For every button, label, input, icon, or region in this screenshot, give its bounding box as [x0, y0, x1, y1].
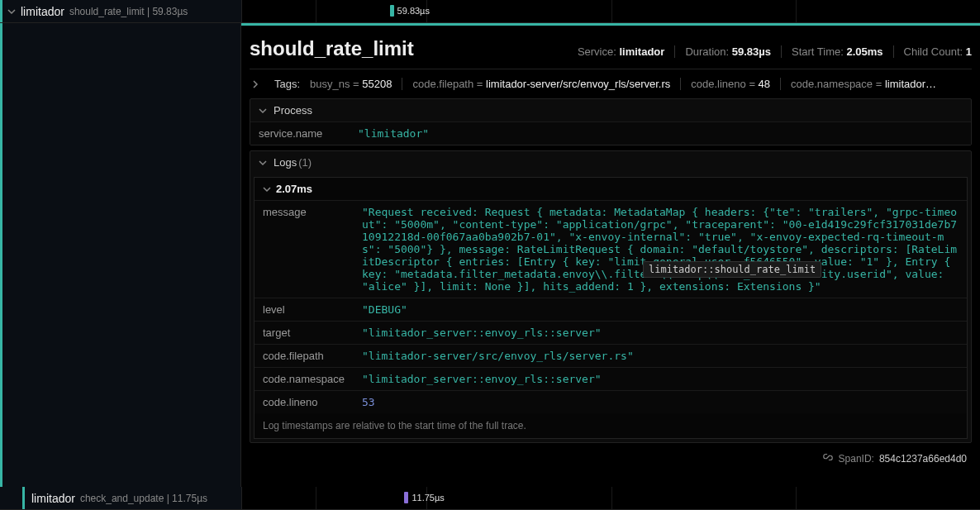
detail-title: should_rate_limit: [250, 37, 568, 60]
chevron-right-icon[interactable]: [250, 79, 261, 90]
log-kv-row: target "limitador_server::envoy_rls::ser…: [255, 321, 967, 344]
link-icon[interactable]: [822, 451, 834, 465]
chevron-down-icon: [261, 184, 273, 195]
span-bar: [390, 5, 394, 17]
span-operation: should_rate_limit | 59.83µs: [69, 6, 188, 17]
log-timestamp[interactable]: 2.07ms: [255, 178, 967, 200]
tag-item: code.namespace = limitador…: [791, 78, 946, 90]
logs-header[interactable]: Logs (1): [250, 151, 971, 174]
span-row-bottom[interactable]: limitador check_and_update | 11.75µs 11.…: [0, 487, 980, 510]
detail-service: Service: limitador: [568, 45, 676, 58]
span-row-top[interactable]: limitador should_rate_limit | 59.83µs 59…: [0, 0, 980, 23]
detail-start-time: Start Time: 2.05ms: [782, 45, 894, 58]
detail-header: should_rate_limit Service: limitador Dur…: [250, 34, 972, 69]
timeline-left-gutter: [0, 23, 241, 487]
span-service: limitador: [21, 5, 64, 18]
log-kv-row: code.namespace "limitador_server::envoy_…: [255, 367, 967, 390]
process-header[interactable]: Process: [250, 99, 971, 122]
chevron-down-icon: [257, 157, 269, 169]
timeline: 59.83µs: [241, 0, 980, 22]
tags-row[interactable]: Tags: busy_ns = 55208 code.filepath = li…: [250, 69, 972, 98]
log-kv-row: code.lineno 53: [255, 390, 967, 413]
hover-tooltip: limitador::should_rate_limit: [643, 261, 821, 278]
span-operation: check_and_update | 11.75µs: [80, 493, 207, 504]
log-entry: 2.07ms message "Request received: Reques…: [254, 177, 968, 439]
span-detail-panel: should_rate_limit Service: limitador Dur…: [241, 23, 980, 487]
tag-item: busy_ns = 55208: [310, 78, 402, 90]
process-section: Process service.name "limitador": [250, 98, 972, 145]
span-duration-label: 59.83µs: [397, 6, 430, 16]
log-kv-row: message "Request received: Request { met…: [255, 200, 967, 298]
process-kv-row: service.name "limitador": [250, 122, 971, 145]
timeline: 11.75µs: [241, 487, 980, 509]
span-duration-label: 11.75µs: [412, 493, 444, 503]
tag-item: code.filepath = limitador-server/src/env…: [412, 78, 681, 90]
logs-footer-note: Log timestamps are relative to the start…: [255, 413, 967, 438]
span-id-row: SpanID: 854c1237a66ed4d0: [250, 448, 972, 469]
chevron-down-icon: [257, 105, 269, 117]
span-bar: [404, 492, 408, 503]
logs-section: Logs (1) 2.07ms message "Request receive…: [250, 150, 972, 443]
span-service: limitador: [31, 492, 75, 505]
chevron-down-icon[interactable]: [6, 6, 17, 17]
tag-item: code.lineno = 48: [691, 78, 781, 90]
log-kv-row: code.filepath "limitador-server/src/envo…: [255, 344, 967, 367]
log-kv-row: level "DEBUG": [255, 298, 967, 321]
tags-label: Tags:: [274, 78, 300, 90]
detail-duration: Duration: 59.83µs: [675, 45, 782, 58]
detail-child-count: Child Count: 1: [894, 45, 972, 58]
